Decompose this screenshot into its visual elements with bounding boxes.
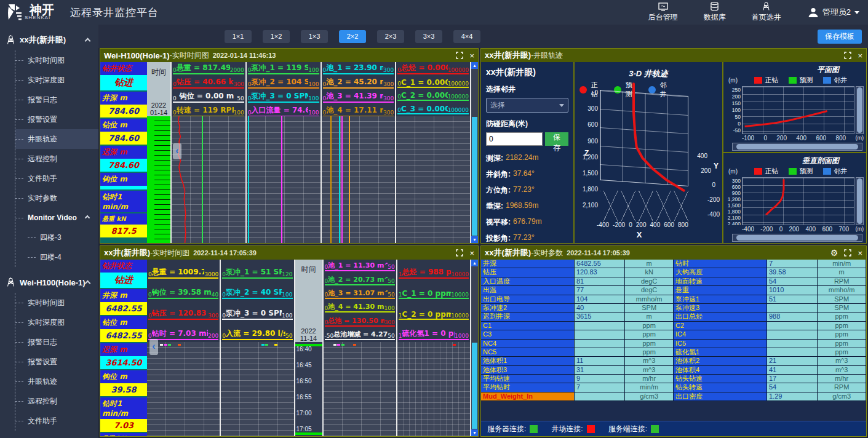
axis-tick: 600 (587, 121, 598, 128)
vertical-scrollbar[interactable] (856, 86, 864, 134)
nav-item-well-select[interactable]: 首页选井 (752, 2, 781, 23)
sidebar-item[interactable]: 井眼轨迹 (15, 129, 98, 149)
param-value: 7 (575, 383, 625, 391)
sidebar-item[interactable]: 四楼-3 (28, 228, 98, 247)
sidebar-item[interactable]: 报警设置 (15, 352, 98, 372)
param-row: 池体积1 11 m^3 池体积2 21 m^3 (481, 357, 866, 365)
save-template-button[interactable]: 保存模板 (818, 30, 862, 44)
close-icon[interactable]: × (858, 51, 862, 60)
anticollision-distance-input[interactable] (486, 132, 543, 146)
param-value (767, 348, 818, 356)
nav-item-database[interactable]: 数据库 (704, 2, 726, 23)
expand-icon[interactable] (844, 52, 851, 59)
layout-buttons: 1×11×21×32×22×33×34×4 (225, 30, 492, 43)
scroll-up-arrow[interactable]: ▲ (471, 62, 478, 69)
x-axis-label: X (637, 230, 642, 239)
nav-item-admin[interactable]: 后台管理 (648, 2, 678, 23)
sidebar-item[interactable]: 文件助手 (15, 169, 98, 188)
scroll-up-arrow[interactable]: ▲ (471, 260, 478, 266)
sidebar-item[interactable]: 报警日志 (15, 332, 98, 352)
sidebar-item[interactable]: 实时时间图 (15, 293, 98, 313)
layout-button[interactable]: 1×1 (225, 30, 252, 43)
sidebar-item[interactable]: Monitor Video (15, 208, 98, 228)
chart-vertical-scrollbar[interactable]: ▼ (471, 342, 478, 436)
chart-vertical-scrollbar[interactable]: ▲ (471, 62, 478, 116)
collapse-handle[interactable]: ‹ (149, 339, 158, 355)
horizontal-scrollbar[interactable] (732, 234, 862, 242)
sidebar-item[interactable]: 实时参数 (15, 188, 98, 208)
value-label: 钻位 m (100, 316, 147, 329)
curve-legend: 0泵冲_1 = 119 SPM100 (248, 63, 319, 74)
param-label: 迟到井深 (481, 313, 575, 321)
scroll-thumb[interactable] (472, 343, 477, 429)
time-tick: 16:50 (297, 378, 321, 384)
data-marker (261, 344, 265, 346)
param-value (575, 322, 625, 330)
tree-header-wei-h100[interactable]: Wei-H100(Hole-1) (0, 272, 98, 293)
anticollision-label: 防碰距离(米) (486, 119, 568, 129)
expand-icon[interactable] (456, 52, 463, 59)
curve-legend: 0池_2 = 45.20 m^3300 (323, 77, 394, 89)
close-icon[interactable]: × (469, 51, 474, 60)
tree-header-xx-well[interactable]: xx井(新井眼) (0, 30, 98, 50)
sidebar-item[interactable]: 报警设置 (15, 110, 98, 129)
tree-dash (15, 421, 23, 421)
sidebar-item[interactable]: 实时深度图 (15, 70, 98, 90)
time-tick: 17:05 (297, 426, 321, 432)
sidebar-item[interactable]: 井眼轨迹 (15, 372, 98, 391)
sidebar-item[interactable]: 文件助手 (15, 411, 98, 431)
expand-icon[interactable] (456, 249, 463, 257)
curve-legend: 0泵冲_1 = 51 SPM120 (222, 260, 292, 279)
panel-view-name: -实时参数 (531, 248, 563, 258)
value-readout: 817.5 (100, 225, 147, 237)
chart-vertical-scrollbar[interactable]: ▼ (471, 116, 478, 243)
param-row: 平均钻时 7 min/m 钻头转速 54 RPM (481, 383, 866, 392)
horizontal-scrollbar[interactable] (732, 143, 862, 151)
layout-button[interactable]: 4×4 (453, 30, 480, 43)
sidebar-item[interactable]: 报警日志 (15, 90, 98, 110)
trajectory-info-pane: xx井(新井眼) 选择邻井 选择 防碰距离(米) 保存 测深: (481, 62, 575, 243)
curve-legend: 0悬重 = 817.49 kN2000 (173, 63, 244, 74)
param-unit: m^3 (625, 366, 674, 374)
value-label: 钻井状态 (100, 62, 147, 75)
value-readout: 6482.55 (100, 329, 147, 342)
time-tick: 16:45 (297, 362, 321, 368)
user-menu[interactable]: 管理员2 (807, 6, 859, 18)
sidebar-item[interactable]: 实时深度图 (15, 313, 98, 332)
sidebar-item[interactable]: 远程控制 (15, 391, 98, 411)
expand-icon[interactable] (844, 249, 851, 257)
track4-plot (397, 342, 471, 436)
user-name: 管理员2 (822, 7, 851, 18)
panel-body: xx井(新井眼) 选择邻井 选择 防碰距离(米) 保存 测深: (481, 62, 866, 243)
settings-gear-icon[interactable]: ⚙ (830, 248, 838, 258)
sidebar-item[interactable]: 远程控制 (15, 149, 98, 169)
tree-dash (15, 401, 23, 402)
panel-well-name: xx井(新井眼) (104, 247, 150, 258)
status-indicator (651, 425, 659, 433)
neighbor-well-select[interactable]: 选择 (486, 98, 568, 113)
layout-button[interactable]: 2×3 (377, 30, 404, 43)
tree-dash (15, 198, 23, 199)
param-value (767, 340, 818, 348)
layout-button[interactable]: 3×3 (415, 30, 442, 43)
close-icon[interactable]: × (469, 249, 474, 258)
layout-button[interactable]: 1×2 (263, 30, 290, 43)
sidebar-item[interactable]: 四楼-4 (28, 247, 98, 267)
sidebar-item[interactable]: 实时时间图 (15, 50, 98, 70)
chart-title: 平面图 (726, 65, 864, 75)
layout-button[interactable]: 2×2 (339, 30, 366, 43)
chart-vertical-scrollbar[interactable]: ▲ (471, 260, 478, 342)
param-value: 17 (767, 375, 818, 383)
axis-tick: 900 (732, 190, 741, 196)
close-icon[interactable]: × (858, 249, 862, 258)
save-distance-button[interactable]: 保存 (545, 132, 568, 146)
layout-button[interactable]: 1×3 (301, 30, 328, 43)
param-unit: min/m (625, 383, 674, 391)
collapse-handle[interactable]: ‹ (173, 143, 181, 159)
scroll-down-arrow[interactable]: ▼ (471, 236, 478, 243)
scroll-thumb[interactable] (472, 117, 477, 236)
vertical-section-chart: 垂直剖面图 (m) 正钻预测邻井 3006009001,2001,5001,80… (723, 153, 866, 243)
scroll-down-arrow[interactable]: ▼ (471, 429, 478, 436)
vertical-scrollbar[interactable] (856, 177, 864, 225)
top-header: 神开 SHENKAI 远程录井监控平台 后台管理 数据库 (0, 0, 868, 25)
